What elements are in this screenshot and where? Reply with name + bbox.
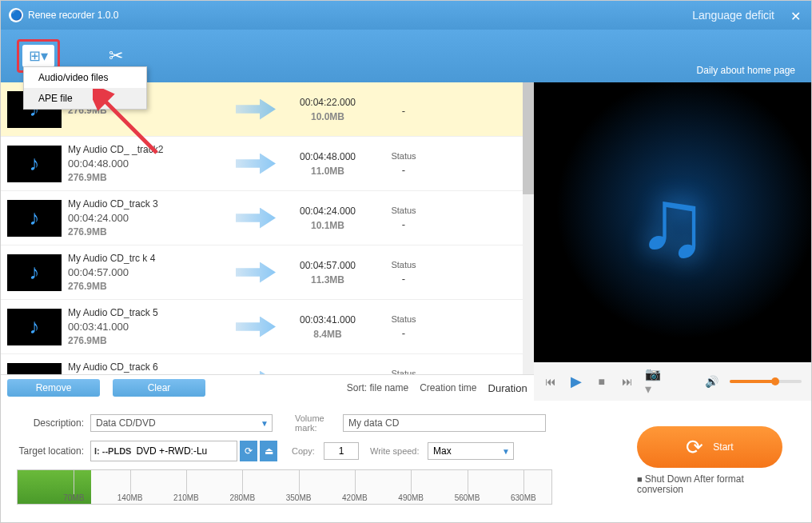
output-size: 8.4MB (284, 329, 372, 340)
track-thumbnail: ♪ (7, 200, 62, 237)
status-label: Status (372, 151, 436, 161)
scissors-icon (100, 45, 132, 67)
track-row[interactable]: ♪My Audio CD_trc k 400:04:57.000276.9MB0… (1, 246, 534, 300)
camera-icon[interactable]: 📷▾ (646, 374, 660, 389)
track-row[interactable]: ♪My Audio CD_track 600:04:00.000276.9MB0… (1, 354, 534, 374)
status-col: Status- (372, 260, 436, 285)
ruler-tick-label: 280MB (229, 493, 255, 502)
remove-button[interactable]: Remove (7, 379, 100, 397)
description-label: Description: (17, 417, 90, 429)
convert-arrow-icon (236, 99, 276, 120)
preview-panel: ♫ ⏮ ▶ ■ ⏭ 📷▾ 🔊 (534, 82, 811, 401)
output-size: 11.0MB (284, 166, 372, 177)
stop-icon[interactable]: ■ (595, 374, 609, 389)
track-name: My Audio CD_trc k 4 (68, 253, 228, 264)
convert-arrow-icon (236, 371, 276, 375)
eject-button[interactable]: ⏏ (260, 441, 277, 461)
volume-mark-input[interactable]: My data CD (343, 414, 546, 432)
shutdown-checkbox-label[interactable]: Shut Down After format conversion (637, 474, 782, 495)
music-note-icon: ♪ (30, 260, 40, 285)
status-value: - (372, 105, 436, 117)
track-duration: 00:04:57.000 (68, 266, 228, 278)
track-name: My Audio CD_track 5 (68, 307, 228, 318)
track-meta: My Audio CD_track 300:04:24.000276.9MB (68, 198, 228, 238)
track-duration: 00:04:48.000 (68, 158, 228, 170)
copy-input[interactable]: 1 (324, 442, 359, 460)
scrollbar-thumb[interactable] (523, 82, 534, 194)
volume-icon[interactable]: 🔊 (704, 374, 718, 389)
output-size: 10.1MB (284, 220, 372, 231)
track-thumbnail: ♪ (7, 254, 62, 291)
description-select[interactable]: Data CD/DVD▼ (90, 414, 273, 432)
ruler-tick-label: 630MB (511, 493, 536, 502)
track-size: 276.9MB (68, 335, 228, 346)
track-size: 276.9MB (68, 281, 228, 292)
play-icon[interactable]: ▶ (569, 374, 583, 389)
track-name: My Audio CD_track 3 (68, 198, 228, 210)
start-button[interactable]: ⟳ Start (637, 426, 782, 468)
sort-duration[interactable]: Duration (488, 382, 527, 394)
scrollbar-track[interactable] (523, 82, 534, 374)
status-col: Status- (372, 151, 436, 176)
app-logo-icon: 🔵 (9, 8, 23, 22)
volume-slider[interactable] (730, 380, 802, 383)
track-meta: My Audio CD_ _track200:04:48.000276.9MB (68, 144, 228, 183)
dropdown-item-ape[interactable]: APE file (24, 88, 146, 109)
output-duration: 00:04:57.000 (284, 260, 372, 271)
content-area: ♪276.9MB00:04:22.00010.0MB-♪My Audio CD_… (1, 82, 811, 401)
disc-capacity-ruler: 70MB140MB210MB280MB350MB420MB490MB560MB6… (17, 469, 552, 505)
refresh-drive-button[interactable]: ⟳ (240, 441, 257, 461)
output-duration: 00:04:24.000 (284, 206, 372, 217)
dropdown-item-audiovideo[interactable]: Audio/video files (24, 67, 146, 88)
player-controls: ⏮ ▶ ■ ⏭ 📷▾ 🔊 (534, 362, 811, 401)
track-size: 276.9MB (68, 226, 228, 238)
chevron-down-icon: ▼ (261, 419, 269, 428)
convert-arrow-icon (236, 154, 276, 174)
app-title: Renee recorder 1.0.0 (28, 10, 118, 21)
status-col: Status- (372, 369, 436, 374)
convert-arrow-icon (236, 317, 276, 337)
track-row[interactable]: ♪My Audio CD_track 300:04:24.000276.9MB0… (1, 191, 534, 246)
sort-controls: Sort: file name Creation time Duration (347, 382, 527, 394)
language-link[interactable]: Language deficit (692, 9, 774, 22)
clear-button[interactable]: Clear (113, 379, 205, 397)
output-meta: 00:04:57.00011.3MB (284, 260, 372, 285)
cut-button[interactable] (100, 45, 132, 67)
music-note-icon: ♪ (30, 206, 40, 230)
output-duration: 00:04:22.000 (284, 97, 372, 108)
ruler-tick-label: 350MB (286, 493, 312, 502)
status-value: - (372, 273, 436, 285)
close-icon[interactable]: ✕ (790, 9, 803, 22)
track-row[interactable]: ♪My Audio CD_ _track200:04:48.000276.9MB… (1, 137, 534, 191)
music-note-icon: ♪ (30, 369, 40, 374)
ruler-tick-label: 560MB (455, 493, 480, 502)
track-name: My Audio CD_track 6 (68, 361, 228, 373)
track-meta: My Audio CD_track 500:03:41.000276.9MB (68, 307, 228, 346)
target-location-select[interactable]: I: --PLDSDVD +-RWD:-Lu (90, 441, 237, 461)
output-meta: 00:03:41.0008.4MB (284, 314, 372, 340)
status-value: - (372, 218, 436, 230)
track-duration: 00:03:41.000 (68, 321, 228, 333)
track-row[interactable]: ♪My Audio CD_track 500:03:41.000276.9MB0… (1, 300, 534, 354)
output-duration: 00:04:00.000 (284, 374, 372, 375)
ruler-tick-label: 420MB (342, 493, 368, 502)
track-thumbnail: ♪ (7, 146, 62, 182)
status-value: - (372, 327, 436, 339)
chevron-down-icon: ▼ (502, 447, 510, 456)
next-icon[interactable]: ⏭ (620, 374, 635, 389)
copy-label: Copy: (292, 446, 324, 456)
sort-creation[interactable]: Creation time (420, 382, 476, 393)
convert-arrow-icon (236, 262, 276, 283)
target-location-label: Target location: (17, 445, 90, 457)
status-label: Status (372, 369, 436, 374)
write-speed-select[interactable]: Max▼ (428, 442, 514, 460)
daily-link[interactable]: Daily about home page (697, 65, 795, 76)
output-meta: 00:04:24.00010.1MB (284, 206, 372, 231)
sort-filename[interactable]: Sort: file name (347, 382, 408, 393)
output-duration: 00:03:41.000 (284, 314, 372, 325)
prev-icon[interactable]: ⏮ (543, 374, 558, 389)
ruler-tick-label: 490MB (398, 493, 424, 502)
status-col: - (372, 102, 436, 117)
output-duration: 00:04:48.000 (284, 151, 372, 162)
track-list-panel: ♪276.9MB00:04:22.00010.0MB-♪My Audio CD_… (1, 82, 534, 401)
